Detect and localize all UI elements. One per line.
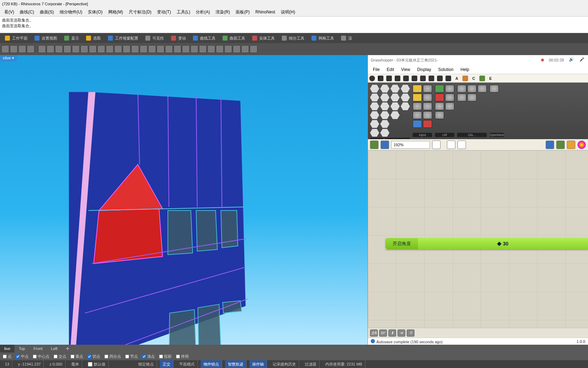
component-icon[interactable] — [413, 120, 422, 128]
component-icon[interactable] — [380, 102, 389, 110]
osnap-checkbox[interactable]: 点 — [1, 354, 13, 359]
cplane-tool-icon[interactable] — [131, 45, 139, 53]
osnap-checkbox[interactable]: 顶点 — [141, 354, 156, 359]
component-icon[interactable] — [390, 85, 400, 93]
maths-tab-icon[interactable]: Σ — [378, 76, 383, 81]
grasshopper-icon[interactable] — [241, 45, 249, 53]
category-letter[interactable]: C — [471, 76, 477, 81]
menu-item[interactable]: 面板(P) — [233, 9, 253, 15]
view-tab[interactable]: Front — [29, 345, 47, 352]
menu-item[interactable]: 工具(L) — [174, 9, 193, 15]
component-icon[interactable] — [401, 85, 410, 93]
component-icon[interactable] — [370, 111, 379, 119]
zoom-combo[interactable] — [391, 141, 430, 149]
component-icon[interactable] — [380, 129, 389, 137]
color-swatch-icon[interactable] — [577, 141, 586, 149]
component-icon[interactable] — [457, 85, 466, 93]
params-tab-icon[interactable] — [369, 76, 375, 81]
xray-icon[interactable] — [174, 45, 181, 53]
component-icon[interactable] — [380, 85, 389, 93]
toolbar-tab[interactable]: 显示 — [61, 33, 83, 43]
component-icon[interactable] — [370, 129, 379, 137]
help-icon[interactable] — [250, 45, 257, 53]
toolbar-tab[interactable]: 渲 — [338, 33, 356, 43]
menu-item[interactable]: 说明(H) — [278, 9, 298, 15]
component-icon[interactable] — [390, 102, 400, 110]
category-letter[interactable]: E — [488, 76, 493, 81]
cluster-icon[interactable] — [546, 141, 554, 149]
pen-icon[interactable] — [199, 45, 207, 53]
layer-label[interactable]: 默认值 — [85, 360, 109, 368]
toolbar-tab[interactable]: 可见性 — [142, 33, 168, 43]
display-tab-icon[interactable] — [445, 76, 451, 81]
category-letter[interactable]: A — [454, 76, 460, 81]
component-icon[interactable] — [490, 85, 499, 93]
pan-icon[interactable] — [55, 45, 63, 53]
open-icon[interactable] — [10, 45, 18, 53]
named-view-icon[interactable] — [106, 45, 114, 53]
extra-tab-icon[interactable] — [479, 76, 485, 81]
component-icon[interactable] — [445, 102, 454, 110]
arctic-icon[interactable] — [207, 45, 215, 53]
menu-item[interactable]: 尺寸标注(D) — [126, 9, 154, 15]
status-toggle[interactable]: 智慧轨迹 — [225, 360, 247, 368]
osnap-checkbox[interactable]: 四分点 — [103, 354, 122, 359]
component-icon[interactable] — [445, 85, 454, 93]
status-toggle[interactable]: 锁定格点 — [135, 360, 157, 368]
intersect-tab-icon[interactable] — [429, 76, 434, 81]
component-icon[interactable] — [457, 94, 466, 101]
status-toggle[interactable]: 正交 — [160, 360, 174, 368]
osnap-checkbox[interactable]: 交点 — [52, 354, 68, 359]
component-icon[interactable] — [370, 85, 379, 93]
zoom-icon[interactable] — [63, 45, 71, 53]
zoom-sel-icon[interactable] — [97, 45, 105, 53]
menu-item[interactable]: 曲面(S) — [37, 9, 57, 15]
component-icon[interactable] — [423, 102, 432, 110]
wireframe-icon[interactable] — [140, 45, 147, 53]
toolbar-tab[interactable]: 变动 — [168, 33, 189, 43]
component-icon[interactable] — [401, 94, 410, 101]
shaded-icon[interactable] — [148, 45, 156, 53]
toolbar-tab[interactable]: 选取 — [83, 33, 104, 43]
sun-icon[interactable] — [224, 45, 232, 53]
toolbar-tab[interactable]: 实体工具 — [249, 33, 278, 43]
4view-icon[interactable] — [114, 45, 122, 53]
rotate-view-icon[interactable] — [89, 45, 97, 53]
download-icon[interactable]: ⬇ — [388, 330, 396, 337]
component-icon[interactable] — [423, 120, 432, 128]
osnap-checkbox[interactable]: 节点 — [124, 354, 139, 359]
toolbar-tab[interactable]: 曲面工具 — [219, 33, 249, 43]
undo-icon[interactable] — [38, 45, 46, 53]
speaker-icon[interactable]: 🔊 — [569, 57, 575, 63]
component-icon[interactable] — [380, 111, 389, 119]
enable-icon[interactable] — [556, 141, 565, 149]
vector-tab-icon[interactable] — [395, 76, 400, 81]
component-icon[interactable] — [370, 120, 379, 128]
artistic-icon[interactable] — [190, 45, 198, 53]
set-view-icon[interactable] — [123, 45, 131, 53]
osnap-checkbox[interactable]: 投影 — [158, 354, 173, 359]
component-icon[interactable] — [413, 85, 422, 93]
zoom-extents-icon[interactable] — [72, 45, 80, 53]
grid-icon[interactable]: ⠿ — [407, 330, 414, 337]
save-icon[interactable] — [18, 45, 26, 53]
add-view-tab[interactable]: ✛ — [62, 345, 73, 352]
osnap-checkbox[interactable]: 切点 — [86, 354, 102, 359]
new-icon[interactable] — [1, 45, 9, 53]
menu-item[interactable]: 曲线(C) — [17, 9, 37, 15]
status-toggle[interactable]: 过滤器 — [302, 360, 320, 368]
gh-canvas[interactable]: 开启角度 30 — [368, 150, 588, 328]
gh-menu-item[interactable]: Edit — [383, 67, 398, 72]
component-icon[interactable] — [370, 102, 379, 110]
mic-icon[interactable]: 🎤 — [580, 57, 585, 63]
component-icon[interactable] — [435, 85, 444, 93]
area-icon[interactable]: m² — [379, 330, 387, 337]
view-tab[interactable]: Top — [14, 345, 29, 352]
menu-item[interactable]: RhinoNest — [253, 10, 278, 14]
toolbar-tab[interactable]: 工作视窗配置 — [104, 33, 142, 43]
save-file-icon[interactable] — [381, 141, 389, 149]
component-icon[interactable] — [467, 85, 477, 93]
open-file-icon[interactable] — [370, 141, 378, 149]
env-icon[interactable] — [233, 45, 241, 53]
component-icon[interactable] — [445, 94, 454, 101]
